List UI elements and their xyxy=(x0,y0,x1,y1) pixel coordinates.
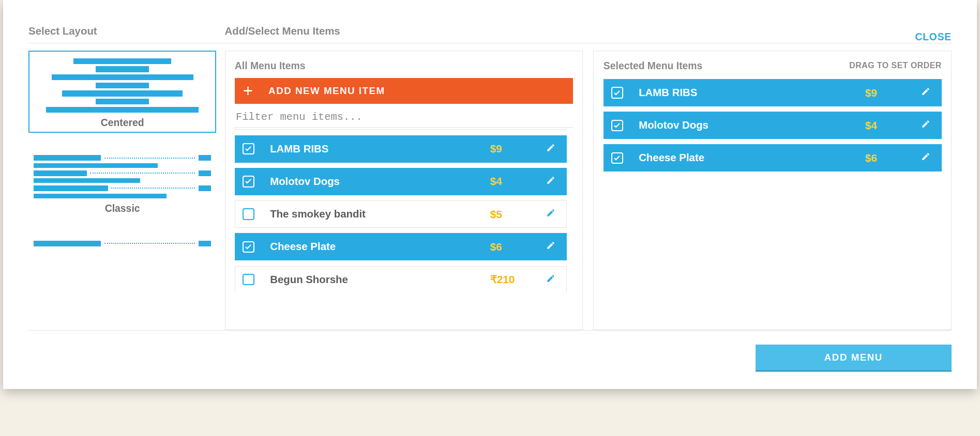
close-button[interactable]: CLOSE xyxy=(915,31,952,43)
menu-item-name: Molotov Dogs xyxy=(270,176,490,188)
menu-item-row[interactable]: Molotov Dogs $4 xyxy=(235,168,567,195)
pencil-icon[interactable] xyxy=(921,152,933,164)
menu-item-name: Molotov Dogs xyxy=(639,119,865,131)
layout-preview-partial xyxy=(34,241,211,246)
layout-preview-centered xyxy=(34,58,211,113)
pencil-icon[interactable] xyxy=(546,241,559,253)
all-items-panel: All Menu Items + ADD NEW MENU ITEM LAMB … xyxy=(225,51,583,330)
filter-menu-items-input[interactable] xyxy=(235,104,573,127)
add-select-items-title: Add/Select Menu Items xyxy=(225,25,340,43)
footer: ADD MENU xyxy=(28,330,952,383)
checkbox-icon[interactable] xyxy=(243,274,254,285)
layout-option-classic[interactable]: Classic xyxy=(28,148,216,219)
plus-icon: + xyxy=(240,83,257,100)
menu-item-name: LAMB RIBS xyxy=(270,143,490,155)
selected-item-row[interactable]: LAMB RIBS $9 xyxy=(604,79,942,106)
selected-items-list[interactable]: LAMB RIBS $9 Molotov Dogs $4 xyxy=(604,78,942,172)
all-items-list[interactable]: LAMB RIBS $9 Molotov Dogs $4 xyxy=(235,127,573,291)
selected-items-panel: Selected Menu Items DRAG TO SET ORDER LA… xyxy=(593,51,952,330)
layout-options-list[interactable]: Centered Classic xyxy=(28,43,224,330)
checkbox-icon[interactable] xyxy=(243,143,254,154)
menu-item-price: $4 xyxy=(490,175,546,188)
selected-item-row[interactable]: Cheese Plate $6 xyxy=(604,144,942,172)
selected-item-row[interactable]: Molotov Dogs $4 xyxy=(604,112,942,139)
menu-item-name: Begun Shorshe xyxy=(270,274,490,286)
all-items-title: All Menu Items xyxy=(235,60,306,72)
pencil-icon[interactable] xyxy=(921,119,933,131)
pencil-icon[interactable] xyxy=(546,208,559,220)
menu-item-row[interactable]: LAMB RIBS $9 xyxy=(235,135,567,163)
add-menu-label: ADD MENU xyxy=(824,352,883,363)
pencil-icon[interactable] xyxy=(546,274,559,286)
checkbox-icon[interactable] xyxy=(243,208,254,220)
checkbox-icon[interactable] xyxy=(243,241,254,253)
menu-editor-modal: Select Layout Add/Select Menu Items CLOS… xyxy=(3,0,977,389)
menu-item-name: The smokey bandit xyxy=(270,208,490,220)
menu-item-price: ₹210 xyxy=(490,273,546,286)
layout-preview-classic xyxy=(34,155,211,198)
select-layout-title: Select Layout xyxy=(28,25,224,43)
menu-item-name: Cheese Plate xyxy=(639,152,865,164)
layout-option-more[interactable] xyxy=(28,233,216,251)
menu-item-price: $6 xyxy=(865,152,921,164)
menu-item-price: $9 xyxy=(865,87,921,99)
menu-item-price: $4 xyxy=(865,119,921,132)
add-new-menu-item-button[interactable]: + ADD NEW MENU ITEM xyxy=(235,78,573,104)
pencil-icon[interactable] xyxy=(546,143,559,155)
checkbox-icon[interactable] xyxy=(611,152,623,164)
menu-item-name: LAMB RIBS xyxy=(639,87,865,99)
add-new-menu-item-label: ADD NEW MENU ITEM xyxy=(268,85,385,97)
pencil-icon[interactable] xyxy=(921,87,933,99)
menu-item-row[interactable]: The smokey bandit $5 xyxy=(235,200,567,228)
checkbox-icon[interactable] xyxy=(243,176,254,187)
checkbox-icon[interactable] xyxy=(611,87,623,98)
layout-option-label: Classic xyxy=(34,203,211,214)
checkbox-icon[interactable] xyxy=(611,120,623,131)
drag-to-set-order-hint: DRAG TO SET ORDER xyxy=(849,61,941,70)
header-row: Select Layout Add/Select Menu Items CLOS… xyxy=(28,25,952,43)
menu-item-price: $9 xyxy=(490,143,546,155)
menu-item-name: Cheese Plate xyxy=(270,241,490,253)
menu-item-row[interactable]: Begun Shorshe ₹210 xyxy=(235,266,567,292)
menu-item-price: $5 xyxy=(490,208,546,221)
menu-item-price: $6 xyxy=(490,241,546,253)
pencil-icon[interactable] xyxy=(546,176,559,188)
layout-option-label: Centered xyxy=(34,117,211,129)
add-menu-button[interactable]: ADD MENU xyxy=(756,345,952,370)
menu-item-row[interactable]: Cheese Plate $6 xyxy=(235,233,567,260)
selected-items-title: Selected Menu Items xyxy=(604,60,703,72)
layout-option-centered[interactable]: Centered xyxy=(28,51,216,133)
